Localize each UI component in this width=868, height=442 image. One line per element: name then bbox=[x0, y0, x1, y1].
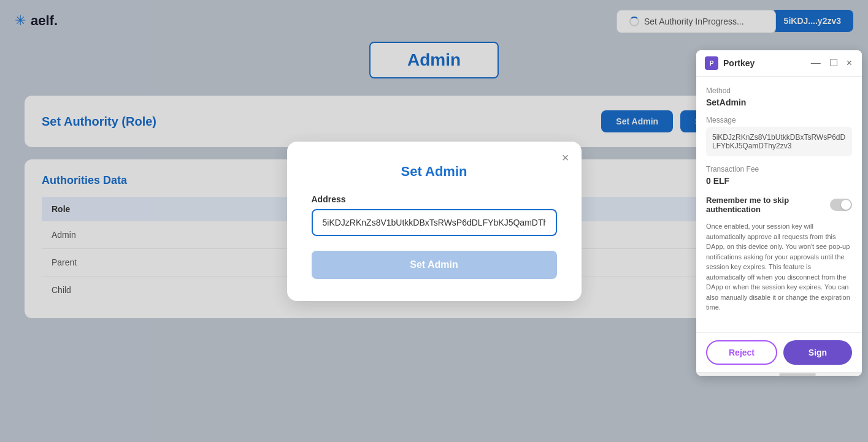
portkey-header: P Portkey — ☐ × bbox=[696, 50, 862, 77]
set-admin-modal: × Set Admin Address Set Admin bbox=[287, 142, 582, 301]
portkey-window-controls: — ☐ × bbox=[810, 58, 853, 68]
portkey-body: Method SetAdmin Message 5iKDJzRKnZs8V1bU… bbox=[696, 77, 862, 332]
portkey-header-left: P Portkey bbox=[705, 56, 755, 70]
toggle-switch[interactable] bbox=[830, 199, 852, 211]
message-label: Message bbox=[706, 116, 852, 124]
close-button[interactable]: × bbox=[845, 58, 853, 68]
method-value: SetAdmin bbox=[706, 97, 852, 107]
address-input[interactable] bbox=[312, 209, 557, 236]
fee-label: Transaction Fee bbox=[706, 165, 852, 173]
fee-value: 0 ELF bbox=[706, 176, 852, 186]
maximize-button[interactable]: ☐ bbox=[828, 58, 839, 68]
sign-button[interactable]: Sign bbox=[783, 340, 852, 365]
modal-title: Set Admin bbox=[312, 164, 557, 180]
minimize-button[interactable]: — bbox=[810, 58, 822, 68]
portkey-logo-icon: P bbox=[705, 56, 718, 70]
modal-close-button[interactable]: × bbox=[562, 151, 569, 164]
portkey-scrollbar bbox=[696, 372, 862, 376]
portkey-title: Portkey bbox=[723, 58, 755, 68]
reject-button[interactable]: Reject bbox=[706, 340, 777, 365]
address-label: Address bbox=[312, 194, 557, 204]
portkey-panel: P Portkey — ☐ × Method SetAdmin Message … bbox=[696, 50, 862, 376]
scrollbar-thumb bbox=[779, 373, 816, 376]
method-label: Method bbox=[706, 86, 852, 95]
toggle-label: Remember me to skip authentication bbox=[706, 196, 830, 214]
message-value: 5iKDJzRKnZs8V1bUtkkDBxTsRWsP6dDLFYbKJ5Qa… bbox=[706, 127, 852, 156]
modal-submit-button[interactable]: Set Admin bbox=[312, 251, 557, 279]
portkey-actions: Reject Sign bbox=[696, 332, 862, 372]
toggle-row: Remember me to skip authentication bbox=[706, 196, 852, 214]
toggle-description: Once enabled, your session key will auto… bbox=[706, 221, 852, 313]
